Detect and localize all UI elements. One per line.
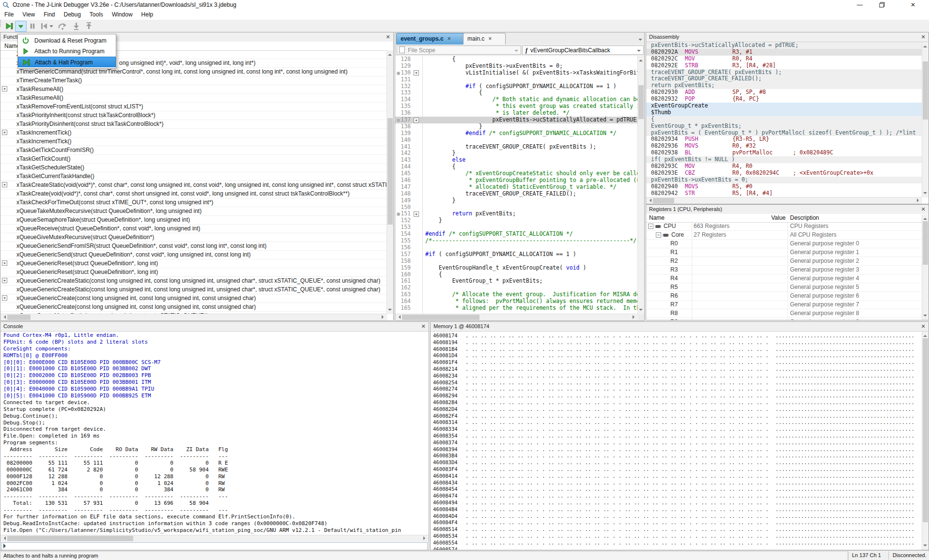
line-number[interactable]: 164 (397, 298, 411, 305)
memory-byte-group[interactable]: . .. .. .. .. .. .. .. . (695, 439, 768, 446)
memory-byte-group[interactable]: . .. .. .. .. .. .. .. . (465, 373, 538, 379)
line-number[interactable]: 145 (397, 170, 411, 177)
memory-row[interactable]: 460083B4. .. .. .. .. .. .. .. .. .. .. … (431, 453, 922, 459)
code-line[interactable]: 144 { (395, 164, 638, 170)
disasm-instruction[interactable]: 08202938BLpvPortMalloc; 0x0820489C (646, 150, 922, 156)
memory-byte-group[interactable]: . .. .. .. .. .. .. .. . (542, 333, 615, 339)
column-description[interactable]: Description (790, 214, 819, 222)
console-horizontal-scrollbar[interactable] (0, 535, 429, 542)
register-row[interactable]: R5General purpose register 5 (646, 283, 922, 292)
code-line[interactable]: 128 { (395, 56, 638, 63)
memory-row[interactable]: 460082F4. .. .. .. .. .. .. .. .. .. .. … (431, 413, 922, 420)
line-number[interactable]: 140 (397, 137, 411, 144)
fold-plus-icon[interactable]: + (414, 70, 419, 76)
memory-byte-group[interactable]: . .. .. .. .. .. .. .. . (465, 333, 538, 339)
code-line[interactable]: 140 (395, 137, 638, 144)
line-number[interactable]: 130 (397, 70, 411, 76)
function-select-combo[interactable]: fvEventGroupClearBitsCallback (522, 45, 644, 55)
line-number[interactable]: 137 (397, 117, 411, 123)
memory-byte-group[interactable]: . .. .. .. .. .. .. .. . (619, 513, 691, 520)
function-row[interactable]: xTaskPriorityInherit(const struct tskTas… (0, 111, 387, 120)
register-row[interactable]: R8General purpose register 8 (646, 309, 922, 318)
line-number[interactable]: 143 (397, 157, 411, 164)
memory-row[interactable]: 460081D4. .. .. .. .. .. .. .. .. .. .. … (431, 352, 922, 359)
memory-byte-group[interactable]: . .. .. .. .. .. .. .. . (542, 486, 615, 493)
register-row[interactable]: R7General purpose register 7 (646, 301, 922, 309)
line-number[interactable]: 154 (397, 231, 411, 238)
register-row[interactable]: −CPU663 RegistersCPU Registers (646, 222, 922, 231)
disassembly-close-icon[interactable]: ✕ (920, 33, 927, 40)
code-line[interactable]: 145 /* xEventGroupCreateStatic should on… (395, 170, 638, 177)
memory-row[interactable]: 46008394. .. .. .. .. .. .. .. .. .. .. … (431, 446, 922, 453)
memory-byte-group[interactable]: . .. .. .. .. .. .. .. . (465, 486, 538, 493)
line-number[interactable]: 156 (397, 244, 411, 251)
memory-byte-group[interactable]: . .. .. .. .. .. .. .. . (619, 426, 691, 433)
line-number[interactable]: 144 (397, 164, 411, 170)
disasm-instruction[interactable]: 08202932POP{R4, PC} (646, 96, 922, 103)
memory-row[interactable]: 46008514. .. .. .. .. .. .. .. .. .. .. … (431, 526, 922, 533)
memory-byte-group[interactable]: . .. .. .. .. .. .. .. . (695, 513, 768, 520)
memory-byte-group[interactable]: . .. .. .. .. .. .. .. . (619, 473, 691, 480)
disasm-instruction[interactable]: 0820293ECBZR0, 0x0820294C; <xEventGroupC… (646, 170, 922, 177)
memory-byte-group[interactable]: . .. .. .. .. .. .. .. . (695, 426, 768, 433)
memory-vertical-scrollbar[interactable] (922, 332, 929, 550)
expand-plus-icon[interactable]: + (2, 182, 7, 187)
line-number[interactable]: 158 (397, 258, 411, 265)
memory-byte-group[interactable]: . .. .. .. .. .. .. .. . (465, 399, 538, 406)
memory-byte-group[interactable]: . .. .. .. .. .. .. .. . (695, 386, 768, 393)
code-line[interactable]: 159 EventGroupHandle_t xEventGroupCreate… (395, 265, 638, 272)
reset-dropdown-icon[interactable] (48, 21, 54, 31)
memory-byte-group[interactable]: . .. .. .. .. .. .. .. . (619, 366, 691, 373)
code-line[interactable]: 136 * is later deleted. */ (395, 110, 638, 117)
memory-byte-group[interactable]: . .. .. .. .. .. .. .. . (619, 433, 691, 439)
line-number[interactable]: 131 (397, 76, 411, 83)
disassembly-vertical-scrollbar[interactable] (922, 42, 929, 197)
line-number[interactable]: 135 (397, 103, 411, 110)
memory-byte-group[interactable]: . .. .. .. .. .. .. .. . (619, 346, 691, 353)
code-line[interactable]: 157#if ( configSUPPORT_DYNAMIC_ALLOCATIO… (395, 251, 638, 258)
memory-byte-group[interactable]: . .. .. .. .. .. .. .. . (695, 486, 768, 493)
code-line[interactable]: 152 } (395, 217, 638, 224)
registers-vertical-scrollbar[interactable] (922, 214, 929, 320)
code-line[interactable]: 162 (395, 285, 638, 291)
memory-byte-group[interactable]: . .. .. .. .. .. .. .. . (695, 466, 768, 473)
memory-byte-group[interactable]: . .. .. .. .. .. .. .. . (542, 533, 615, 540)
code-line[interactable]: 156 (395, 244, 638, 251)
memory-byte-group[interactable]: . .. .. .. .. .. .. .. . (619, 459, 691, 466)
memory-byte-group[interactable]: . .. .. .. .. .. .. .. . (465, 499, 538, 506)
line-number[interactable]: 136 (397, 110, 411, 117)
memory-byte-group[interactable]: . .. .. .. .. .. .. .. . (695, 419, 768, 426)
menu-item-window[interactable]: Window (108, 10, 137, 20)
memory-byte-group[interactable]: . .. .. .. .. .. .. .. . (465, 339, 538, 346)
memory-byte-group[interactable]: . .. .. .. .. .. .. .. . (465, 352, 538, 359)
code-line[interactable]: 138 } (395, 123, 638, 130)
memory-byte-group[interactable]: . .. .. .. .. .. .. .. . (465, 433, 538, 439)
code-line[interactable]: 147 * allocated) StaticEventGroup_t vari… (395, 184, 638, 191)
memory-byte-group[interactable]: . .. .. .. .. .. .. .. . (465, 540, 538, 546)
code-line[interactable]: 149 } (395, 197, 638, 204)
scrollbar-thumb[interactable] (653, 198, 674, 203)
line-number[interactable]: 163 (397, 291, 411, 298)
memory-byte-group[interactable]: . .. .. .. .. .. .. .. . (695, 459, 768, 466)
memory-byte-group[interactable]: . .. .. .. .. .. .. .. . (695, 379, 768, 386)
memory-byte-group[interactable]: . .. .. .. .. .. .. .. . (695, 446, 768, 453)
memory-byte-group[interactable]: . .. .. .. .. .. .. .. . (695, 546, 768, 550)
memory-row[interactable]: 46008254. .. .. .. .. .. .. .. .. .. .. … (431, 379, 922, 386)
expand-plus-icon[interactable]: + (2, 86, 7, 91)
menu-item-attach-halt-program[interactable]: Attach & Halt Program (18, 57, 116, 67)
line-number[interactable]: 147 (397, 184, 411, 191)
memory-byte-group[interactable]: . .. .. .. .. .. .. .. . (465, 513, 538, 520)
code-line[interactable]: 164 * follows: pvPortMalloc() always ens… (395, 298, 638, 305)
memory-byte-group[interactable]: . .. .. .. .. .. .. .. . (619, 373, 691, 379)
fold-plus-icon[interactable]: + (414, 118, 419, 123)
memory-row[interactable]: 460081B4. .. .. .. .. .. .. .. .. .. .. … (431, 346, 922, 353)
memory-byte-group[interactable]: . .. .. .. .. .. .. .. . (695, 359, 768, 366)
scrollbar-thumb[interactable] (923, 221, 928, 265)
memory-row[interactable]: 46008234. .. .. .. .. .. .. .. .. .. .. … (431, 373, 922, 379)
memory-byte-group[interactable]: . .. .. .. .. .. .. .. . (465, 459, 538, 466)
memory-row[interactable]: 46008434. .. .. .. .. .. .. .. .. .. .. … (431, 480, 922, 486)
memory-byte-group[interactable]: . .. .. .. .. .. .. .. . (465, 473, 538, 480)
scrollbar-thumb[interactable] (387, 118, 393, 225)
tab-list-dropdown-icon[interactable] (638, 37, 642, 44)
menu-item-view[interactable]: View (18, 10, 39, 20)
